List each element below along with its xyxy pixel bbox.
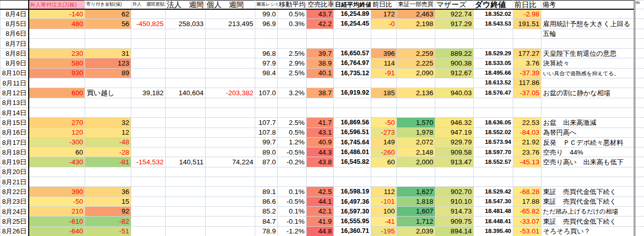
cell-ma[interactable] [278,167,307,177]
cell-date[interactable]: 8月22日 [1,187,29,197]
cell-kojin[interactable] [206,58,255,68]
cell-dow[interactable] [474,167,513,177]
cell-houjin[interactable] [166,167,206,177]
column-header-nikkei[interactable]: 日経平均終値 [334,1,371,9]
cell-nikkei[interactable] [334,108,371,117]
cell-short[interactable] [307,38,334,48]
cell-ma[interactable]: -0.1% [278,217,307,226]
cell-memo[interactable] [541,78,635,88]
cell-extra[interactable] [635,197,644,206]
cell-ndiff[interactable]: -91 [371,68,397,78]
cell-short[interactable]: 38.7 [307,88,334,98]
cell-mothers[interactable]: 940.03 [435,88,474,98]
cell-short[interactable]: 43.7 [307,9,334,19]
cell-mothers[interactable]: 910.10 [435,197,474,206]
cell-famount[interactable]: 買い越し [85,88,131,98]
cell-ndiff[interactable]: -101 [371,197,397,206]
cell-date[interactable]: 8月11日 [1,78,29,88]
cell-mothers[interactable]: 909.75 [435,217,474,226]
cell-dow[interactable]: 18.543.53 [474,19,513,29]
cell-forders[interactable]: 60 [29,147,85,157]
cell-kojin[interactable] [206,38,255,48]
cell-extra[interactable] [635,137,644,147]
cell-date[interactable]: 8月14日 [1,108,29,117]
cell-ratio[interactable] [255,78,278,88]
cell-tosho[interactable]: 1,627 [397,187,435,197]
cell-nikkei[interactable]: 16,598.19 [334,187,371,197]
cell-forders[interactable]: -610 [29,217,85,226]
cell-nikkei[interactable]: 16,919.92 [334,88,371,98]
cell-houjin[interactable] [166,29,206,38]
cell-ddiff[interactable] [513,177,541,187]
cell-kojin[interactable] [206,127,255,137]
cell-forders[interactable] [29,167,85,177]
cell-extra[interactable] [635,217,644,226]
cell-tosho[interactable]: 1,712 [397,217,435,226]
cell-short[interactable]: 44.3 [307,147,334,157]
cell-dow[interactable]: 18.352.02 [474,9,513,19]
cell-dow[interactable] [474,98,513,108]
cell-extra[interactable] [635,157,644,167]
cell-mothers[interactable] [435,29,474,38]
cell-forders[interactable] [29,38,85,48]
cell-fweek[interactable] [131,49,166,58]
cell-fweek[interactable] [131,137,166,147]
cell-short[interactable]: 44.8 [307,226,334,236]
column-header-date[interactable] [1,1,29,9]
cell-memo[interactable]: 天皇陛下生前退位の意思 [541,49,635,58]
cell-memo[interactable] [541,98,635,108]
cell-memo[interactable]: いい具合で過熱感を抑えてる。 [541,68,635,78]
cell-nikkei[interactable] [334,29,371,38]
cell-houjin[interactable] [166,217,206,226]
cell-ma[interactable]: 0.1% [278,187,307,197]
cell-ma[interactable] [278,108,307,117]
cell-extra[interactable] [635,98,644,108]
cell-nikkei[interactable]: 16,486.01 [334,147,371,157]
cell-extra[interactable] [635,206,644,216]
cell-ma[interactable]: -0.5% [278,147,307,157]
cell-short[interactable]: 41.9 [307,217,334,226]
cell-forders[interactable] [29,177,85,187]
cell-short[interactable]: 42.2 [307,19,334,29]
column-header-ddiff[interactable]: 前日比 [513,1,541,9]
cell-kojin[interactable] [206,98,255,108]
cell-memo[interactable] [541,167,635,177]
cell-ddiff[interactable]: -65.82 [513,206,541,216]
cell-ddiff[interactable]: -37.05 [513,88,541,98]
cell-tosho[interactable] [397,98,435,108]
cell-tosho[interactable]: 1,570 [397,118,435,127]
cell-ddiff[interactable] [513,29,541,38]
cell-houjin[interactable] [166,147,206,157]
cell-houjin[interactable] [166,108,206,117]
cell-fweek[interactable] [131,167,166,177]
cell-famount[interactable]: 92 [85,206,131,216]
cell-ratio[interactable]: 97.9 [255,58,278,68]
cell-kojin[interactable] [206,29,255,38]
cell-ma[interactable]: 2.5% [278,118,307,127]
cell-fweek[interactable]: -450,825 [131,19,166,29]
cell-ndiff[interactable] [371,78,397,88]
cell-dow[interactable]: 18.636.05 [474,118,513,127]
cell-ma[interactable]: 2.5% [278,68,307,78]
cell-tosho[interactable]: 2,463 [397,9,435,19]
cell-ratio[interactable]: 89.0 [255,147,278,157]
cell-fweek[interactable] [131,29,166,38]
cell-short[interactable]: 43.8 [307,157,334,167]
cell-forders[interactable]: 270 [29,118,85,127]
cell-forders[interactable]: 210 [29,206,85,216]
cell-ma[interactable]: 0.5% [278,127,307,137]
cell-tosho[interactable] [397,167,435,177]
cell-short[interactable]: 42.1 [307,206,334,216]
cell-famount[interactable] [85,167,131,177]
cell-ma[interactable]: 2.9% [278,58,307,68]
cell-memo[interactable]: 五輪 [541,29,635,38]
cell-ndiff[interactable] [371,167,397,177]
cell-dow[interactable]: 18.495.66 [474,68,513,78]
cell-forders[interactable] [29,98,85,108]
cell-fweek[interactable] [131,217,166,226]
cell-houjin[interactable] [166,38,206,48]
cell-extra[interactable] [635,127,644,137]
cell-nikkei[interactable]: 16,254.45 [334,19,371,29]
cell-famount[interactable] [85,29,131,38]
cell-ma[interactable]: 1.2% [278,137,307,147]
